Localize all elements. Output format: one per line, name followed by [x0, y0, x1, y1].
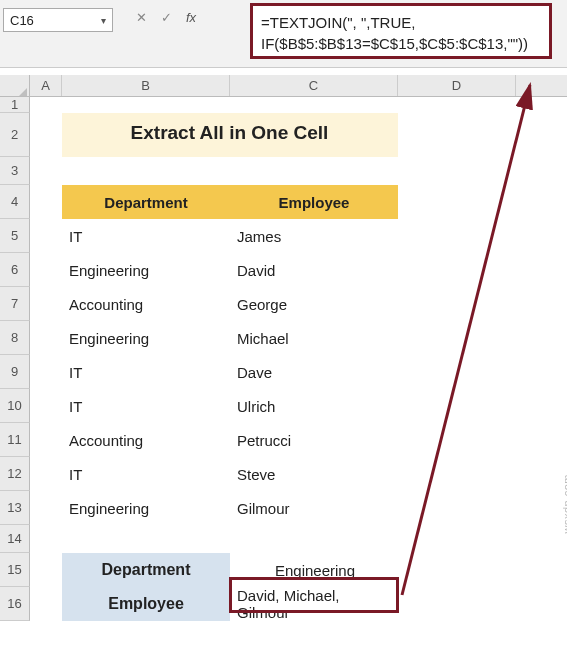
data-dept[interactable]: Engineering: [62, 253, 230, 287]
row-header[interactable]: 15: [0, 553, 30, 587]
cell[interactable]: [30, 157, 62, 185]
formula-icons: ✕ ✓ fx: [136, 10, 196, 25]
cell[interactable]: [398, 113, 516, 157]
data-dept[interactable]: Accounting: [62, 287, 230, 321]
data-emp[interactable]: David: [230, 253, 398, 287]
cell[interactable]: [30, 355, 62, 389]
cell[interactable]: [230, 525, 398, 553]
cell[interactable]: [398, 457, 516, 491]
data-dept[interactable]: IT: [62, 389, 230, 423]
cell[interactable]: [230, 97, 398, 113]
fx-icon[interactable]: fx: [186, 10, 196, 25]
cell[interactable]: [30, 457, 62, 491]
row-header[interactable]: 12: [0, 457, 30, 491]
data-dept[interactable]: IT: [62, 457, 230, 491]
cell[interactable]: [398, 219, 516, 253]
row-header[interactable]: 9: [0, 355, 30, 389]
row-header[interactable]: 11: [0, 423, 30, 457]
col-header-A[interactable]: A: [30, 75, 62, 96]
row-header[interactable]: 14: [0, 525, 30, 553]
cell[interactable]: [398, 97, 516, 113]
formula-input[interactable]: =TEXTJOIN(", ",TRUE, IF($B$5:$B$13=$C$15…: [250, 3, 552, 59]
cell[interactable]: [30, 219, 62, 253]
cell[interactable]: [398, 157, 516, 185]
cell[interactable]: [398, 253, 516, 287]
cancel-icon[interactable]: ✕: [136, 10, 147, 25]
cell[interactable]: [30, 113, 62, 157]
lookup-dept-value[interactable]: Engineering: [230, 553, 398, 587]
lookup-dept-label[interactable]: Department: [62, 553, 230, 587]
data-emp[interactable]: Petrucci: [230, 423, 398, 457]
row-header[interactable]: 1: [0, 97, 30, 113]
data-emp[interactable]: James: [230, 219, 398, 253]
data-emp[interactable]: George: [230, 287, 398, 321]
row-header[interactable]: 8: [0, 321, 30, 355]
lookup-emp-label[interactable]: Employee: [62, 587, 230, 621]
row-header[interactable]: 13: [0, 491, 30, 525]
cell[interactable]: [30, 389, 62, 423]
row-header[interactable]: 6: [0, 253, 30, 287]
data-emp[interactable]: Michael: [230, 321, 398, 355]
col-header-D[interactable]: D: [398, 75, 516, 96]
row-header[interactable]: 16: [0, 587, 30, 621]
data-emp[interactable]: Gilmour: [230, 491, 398, 525]
data-dept[interactable]: IT: [62, 355, 230, 389]
cell[interactable]: [398, 525, 516, 553]
cell[interactable]: [30, 491, 62, 525]
cell[interactable]: [398, 355, 516, 389]
col-header-B[interactable]: B: [62, 75, 230, 96]
cell[interactable]: [30, 525, 62, 553]
data-dept[interactable]: IT: [62, 219, 230, 253]
data-dept[interactable]: Accounting: [62, 423, 230, 457]
row-header[interactable]: 5: [0, 219, 30, 253]
watermark: wsxdn.com: [561, 474, 567, 534]
cell[interactable]: [30, 423, 62, 457]
formula-line1: =TEXTJOIN(", ",TRUE,: [261, 12, 541, 33]
cell[interactable]: [398, 553, 516, 587]
cell[interactable]: [30, 587, 62, 621]
cell[interactable]: [30, 97, 62, 113]
header-department[interactable]: Department: [62, 185, 230, 219]
cell[interactable]: [398, 423, 516, 457]
chevron-down-icon[interactable]: ▾: [101, 15, 106, 26]
formula-bar-area: C16 ▾ ✕ ✓ fx =TEXTJOIN(", ",TRUE, IF($B$…: [0, 0, 567, 68]
cell[interactable]: [398, 491, 516, 525]
cell[interactable]: [30, 321, 62, 355]
rows: 1 2 Extract All in One Cell 3 4 Departme…: [0, 97, 567, 621]
data-dept[interactable]: Engineering: [62, 491, 230, 525]
cell[interactable]: [30, 185, 62, 219]
row-header[interactable]: 3: [0, 157, 30, 185]
row-header[interactable]: 2: [0, 113, 30, 157]
cell[interactable]: [62, 157, 230, 185]
data-dept[interactable]: Engineering: [62, 321, 230, 355]
cell[interactable]: [398, 587, 516, 621]
lookup-emp-value[interactable]: David, Michael, Gilmour: [230, 587, 398, 621]
column-headers: A B C D: [0, 75, 567, 97]
cell[interactable]: [398, 185, 516, 219]
row-header[interactable]: 10: [0, 389, 30, 423]
cell[interactable]: [230, 157, 398, 185]
cell[interactable]: [30, 253, 62, 287]
cell[interactable]: [398, 321, 516, 355]
cell[interactable]: [30, 553, 62, 587]
select-all-corner[interactable]: [0, 75, 30, 96]
cell[interactable]: [30, 287, 62, 321]
data-emp[interactable]: Ulrich: [230, 389, 398, 423]
cell[interactable]: [398, 389, 516, 423]
row-header[interactable]: 4: [0, 185, 30, 219]
cell[interactable]: [62, 525, 230, 553]
cell[interactable]: [398, 287, 516, 321]
cell[interactable]: [62, 97, 230, 113]
data-emp[interactable]: Dave: [230, 355, 398, 389]
worksheet[interactable]: A B C D 1 2 Extract All in One Cell 3: [0, 75, 567, 672]
header-employee[interactable]: Employee: [230, 185, 398, 219]
row-header[interactable]: 7: [0, 287, 30, 321]
col-header-C[interactable]: C: [230, 75, 398, 96]
name-box-value: C16: [10, 13, 34, 28]
title-cell[interactable]: Extract All in One Cell: [62, 113, 398, 157]
accept-icon[interactable]: ✓: [161, 10, 172, 25]
formula-line2: IF($B$5:$B$13=$C$15,$C$5:$C$13,"")): [261, 33, 541, 54]
data-emp[interactable]: Steve: [230, 457, 398, 491]
name-box[interactable]: C16 ▾: [3, 8, 113, 32]
